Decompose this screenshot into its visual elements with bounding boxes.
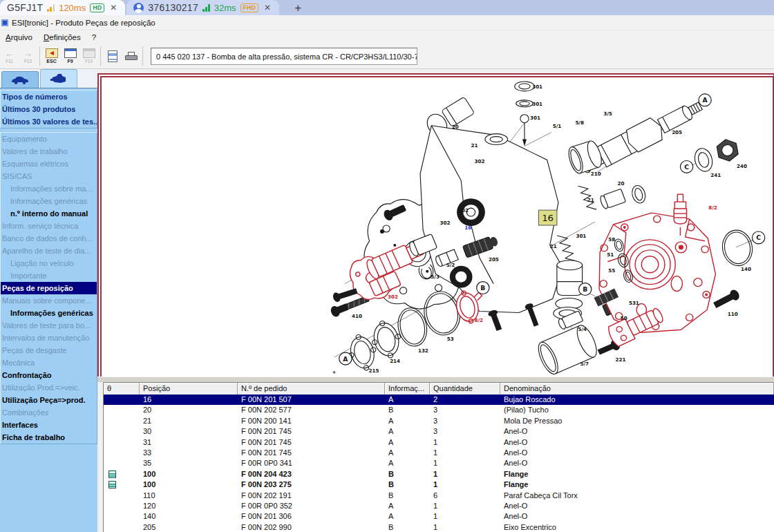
parts-list-icon xyxy=(108,471,116,478)
cell-3-4: 3 xyxy=(430,426,500,437)
column-header-1[interactable]: Posição xyxy=(140,383,238,395)
back-button[interactable]: ← F11 xyxy=(0,45,19,68)
part-number-label: 302 xyxy=(458,207,469,213)
part-number-label: 301 xyxy=(576,233,586,239)
column-header-5[interactable]: Denominação xyxy=(500,383,774,395)
new-tab-button[interactable]: + xyxy=(290,1,305,15)
f9-button[interactable]: F9 xyxy=(61,45,79,68)
tab-vehicle[interactable] xyxy=(1,71,39,88)
sidebar-item-2[interactable]: Últimos 30 valores de tes... xyxy=(1,115,97,128)
cell-0-5: Bujao Roscado xyxy=(500,395,774,405)
sidebar-item-22[interactable]: Confrontação xyxy=(1,369,97,381)
cell-8-0 xyxy=(104,479,140,490)
sidebar-item-1[interactable]: Últimos 30 produtos xyxy=(1,103,97,115)
table-row-110[interactable]: 110F 00N 202 191B6Paraf Cabeça Cil Torx xyxy=(104,491,774,501)
parts-diagram[interactable]: 16 30130130130120213023023025/15/83/5205… xyxy=(102,77,773,377)
table-row-120[interactable]: 120F 00R 0P0 352A1Anel-O xyxy=(104,501,774,511)
browser-tab-2[interactable]: 376130217 32ms FHD ✕ xyxy=(126,0,279,15)
document-button[interactable] xyxy=(103,45,122,68)
cell-10-0 xyxy=(104,501,140,511)
close-tab-icon[interactable]: ✕ xyxy=(263,3,272,12)
table-row-31[interactable]: 31F 00N 201 745A1Anel-O xyxy=(104,437,774,448)
svg-text:C: C xyxy=(756,235,761,242)
table-row-30[interactable]: 30F 00N 201 745A3Anel-O xyxy=(104,426,774,437)
sidebar-item-13: Ligação no veículo xyxy=(1,257,97,269)
callout-A: A xyxy=(339,352,352,365)
table-row-35[interactable]: 35F 00R 0P0 341A1Anel-O xyxy=(104,458,774,468)
parts-diagram-panel: 16 30130130130120213023023025/15/83/5205… xyxy=(97,73,774,377)
sidebar-item-21: Mecânica xyxy=(1,357,97,369)
forward-button[interactable]: → F12 xyxy=(19,45,37,68)
product-field[interactable]: 0 445 020 137 - Bomba de alta pressão, s… xyxy=(151,48,417,65)
hd-badge: HD xyxy=(90,3,104,12)
column-header-0[interactable]: θ xyxy=(104,383,140,395)
table-row-140[interactable]: 140F 00N 201 306A1Anel-O xyxy=(104,511,774,522)
user-avatar-icon xyxy=(133,3,144,13)
table-row-20[interactable]: 20F 00N 202 577B3(Pilao) Tucho xyxy=(104,405,774,415)
cell-4-0 xyxy=(104,437,140,448)
column-header-3[interactable]: Informaç... xyxy=(385,383,430,395)
column-header-2[interactable]: N.º de pedido xyxy=(238,383,385,395)
menu-item-1[interactable]: Definições xyxy=(38,33,86,41)
sidebar-item-7: Informações sobre ma... xyxy=(1,182,97,195)
part-number-label: 240 xyxy=(737,163,747,169)
f10-button[interactable]: F10 xyxy=(79,45,98,68)
f10-key-label: F10 xyxy=(85,59,93,64)
printer-icon xyxy=(125,52,138,61)
svg-text:A: A xyxy=(343,356,348,363)
callout-C: C xyxy=(680,160,692,173)
sidebar-item-17[interactable]: Informações genéricas xyxy=(1,307,97,319)
cell-1-3: B xyxy=(385,405,430,415)
table-row-100[interactable]: 100F 00N 203 275B1Flange xyxy=(104,479,774,490)
table-row-33[interactable]: 33F 00N 201 745A1Anel-O xyxy=(104,448,774,458)
pane-splitter[interactable] xyxy=(97,377,774,382)
cell-1-2: F 00N 202 577 xyxy=(238,405,385,415)
menu-item-2[interactable]: ? xyxy=(86,33,102,41)
table-row-205[interactable]: 205F 00N 202 990B1Eixo Excentrico xyxy=(104,522,774,532)
sidebar-item-27[interactable]: Ficha de trabalho xyxy=(1,431,97,444)
cell-2-3: A xyxy=(385,416,430,426)
cell-5-3: A xyxy=(385,448,430,458)
cell-4-4: 1 xyxy=(430,437,500,448)
esc-button[interactable]: ESC xyxy=(42,45,61,68)
toolbar-separator xyxy=(100,46,101,66)
print-button[interactable] xyxy=(122,45,140,68)
part-number-label: 531 xyxy=(629,301,639,307)
part-number-label: 21 xyxy=(471,142,478,149)
cell-3-2: F 00N 201 745 xyxy=(238,426,385,437)
part-number-label: 5/7 xyxy=(580,361,589,367)
cell-6-1: 35 xyxy=(140,458,238,468)
cell-3-3: A xyxy=(385,426,430,437)
part-number-label: 215 xyxy=(369,368,379,374)
table-row-21[interactable]: 21F 00N 200 141A3Mola De Pressao xyxy=(104,416,774,426)
table-header: θPosiçãoN.º de pedidoInformaç...Quantida… xyxy=(104,383,774,395)
parts-list-icon xyxy=(108,481,116,488)
callout-B: B xyxy=(477,282,489,294)
sidebar-item-0[interactable]: Tipos de números xyxy=(1,91,97,103)
column-header-4[interactable]: Quantidade xyxy=(430,383,500,395)
latency-label: 32ms xyxy=(214,3,236,13)
close-tab-icon[interactable]: ✕ xyxy=(108,3,118,12)
window-title: ESI[tronic] - Produto Peças de reposição xyxy=(12,19,155,27)
sidebar-item-26[interactable]: Interfaces xyxy=(1,419,97,431)
cell-8-1: 100 xyxy=(140,479,238,490)
table-body: 16F 00N 201 507A2Bujao Roscado20F 00N 20… xyxy=(104,395,774,532)
tab-component[interactable] xyxy=(40,69,77,88)
cell-6-2: F 00R 0P0 341 xyxy=(238,458,385,468)
sidebar-item-15[interactable]: Peças de reposição xyxy=(1,282,97,294)
svg-text:B: B xyxy=(583,286,587,293)
cell-10-5: Anel-O xyxy=(500,501,774,511)
cell-8-3: B xyxy=(385,479,430,490)
sidebar-item-9[interactable]: n.º interno do manual xyxy=(1,207,97,220)
menu-item-0[interactable]: Arquivo xyxy=(0,33,38,41)
cell-9-0 xyxy=(104,491,140,501)
table-row-16[interactable]: 16F 00N 201 507A2Bujao Roscado xyxy=(104,395,774,405)
cell-10-3: A xyxy=(385,501,430,511)
sidebar-item-24[interactable]: Utilização Peça=>prod. xyxy=(1,394,97,406)
sidebar-item-23: Utilização Prod.=>veic. xyxy=(1,381,97,394)
part-number-label: 51 xyxy=(607,251,614,258)
table-row-100[interactable]: 100F 00N 204 423B1Flange xyxy=(104,469,774,479)
browser-tab-1[interactable]: G5FJ1T 120ms HD ✕ xyxy=(0,0,125,15)
tab-title: G5FJ1T xyxy=(7,2,43,13)
sidebar-main-group: EquipamentoValores de trabalhoEsquemas e… xyxy=(0,132,97,444)
